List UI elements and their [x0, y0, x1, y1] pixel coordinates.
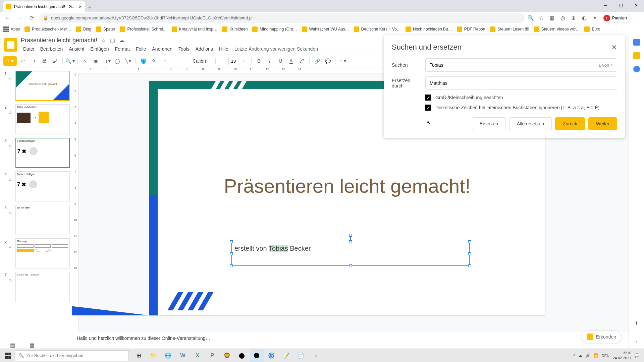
slide-thumb-6[interactable]: Mindmap	[15, 238, 70, 268]
forward-button[interactable]: →	[15, 13, 24, 23]
back-button[interactable]: ←	[3, 13, 12, 23]
font-size-plus[interactable]: +	[239, 56, 249, 66]
extensions-icon[interactable]: ✦	[592, 15, 598, 21]
bookmark-item[interactable]: Noch hochladen Bu…	[406, 26, 452, 32]
clock[interactable]: 15:16 24.02.2021	[613, 351, 631, 360]
italic-button[interactable]: I	[265, 56, 274, 66]
bookmark-item[interactable]: Blog	[76, 26, 91, 32]
bullseye-ext-icon[interactable]: ◎	[559, 15, 566, 21]
border-color-button[interactable]: ✎	[149, 56, 159, 66]
shape-tool[interactable]: ◯	[113, 56, 122, 66]
cookie-ext-icon[interactable]: ◐	[581, 15, 588, 21]
dialog-close-button[interactable]: ✕	[611, 43, 617, 51]
redo-button[interactable]: ↷	[29, 56, 38, 66]
font-size-input[interactable]	[228, 57, 238, 65]
menu-format[interactable]: Format	[113, 45, 132, 53]
menu-einfuegen[interactable]: Einfügen	[88, 45, 111, 53]
grid-view-button[interactable]: ▦	[30, 342, 36, 347]
resize-handle[interactable]	[468, 264, 471, 267]
volume-icon[interactable]: 🔊	[586, 353, 590, 358]
bookmark-item[interactable]: Deutsche Kurs + Vo…	[354, 26, 401, 32]
bookmark-item[interactable]: PDF Report	[457, 26, 485, 32]
filmstrip-view-button[interactable]: ▤	[10, 342, 16, 347]
browser-tab[interactable]: Präsentieren leicht gemacht! - G… ✕	[3, 1, 85, 12]
paint-format-button[interactable]: 🖌	[50, 56, 60, 66]
chrome-icon[interactable]: ⬤	[250, 349, 264, 362]
slides-logo[interactable]	[4, 38, 17, 52]
explorer-icon[interactable]: 📁	[146, 349, 160, 362]
new-slide-button[interactable]: + ▾	[3, 56, 17, 66]
slide-title[interactable]: Präsentieren leicht gemacht!	[149, 175, 545, 197]
textbox-tool[interactable]: ▣	[91, 56, 101, 66]
resize-handle[interactable]	[230, 252, 233, 255]
maximize-button[interactable]: ▢	[613, 0, 629, 11]
edge-icon[interactable]: 🌀	[264, 349, 278, 362]
apps-bookmark[interactable]: Apps	[3, 26, 20, 32]
star-icon[interactable]: ☆	[538, 15, 545, 21]
align-button[interactable]: ≡ ▾	[338, 56, 347, 66]
select-tool[interactable]: ↖	[80, 56, 90, 66]
text-color-button[interactable]: A	[286, 56, 296, 66]
obs-icon[interactable]: ⬤	[235, 349, 249, 362]
bookmark-item[interactable]: Später	[96, 26, 115, 32]
replace-input[interactable]: Matthias	[425, 76, 617, 90]
undo-button[interactable]: ↶	[18, 56, 28, 66]
minimize-button[interactable]: ─	[598, 0, 613, 11]
bookmark-item[interactable]: Professionell Schrei…	[120, 26, 167, 32]
tray-expand-icon[interactable]: ^	[574, 354, 575, 358]
slide-thumb-4[interactable]: Formen einfügen7 ✖	[15, 171, 70, 201]
spotify-icon[interactable]: ♪	[309, 349, 323, 362]
slide-thumb-3[interactable]: Formen einfügen7 ✖	[15, 138, 70, 168]
bookmark-item[interactable]: Kreativität und Insp…	[172, 26, 218, 32]
menu-icon[interactable]: ⋮	[635, 15, 641, 21]
notepad2-icon[interactable]: 📄	[294, 349, 308, 362]
task-view-button[interactable]: ⊞	[131, 349, 146, 362]
windows-search[interactable]: 🔍 Zur Suche Text hier eingeben	[15, 350, 129, 361]
calendar-icon[interactable]	[633, 39, 640, 46]
bookmark-item[interactable]: Steuern Videos wic…	[534, 26, 580, 32]
fill-color-button[interactable]: 🪣	[139, 56, 148, 66]
search-input[interactable]: Tobias 1 von 4	[425, 58, 617, 72]
brave-icon[interactable]: 🦁	[220, 349, 234, 362]
print-button[interactable]: 🖶	[40, 56, 49, 66]
comment-button[interactable]: 💬	[323, 56, 332, 66]
slide-thumb-2[interactable]: Bilder und Grafiken→	[15, 104, 70, 134]
line-tool[interactable]: ╲ ▾	[123, 56, 133, 66]
menu-folie[interactable]: Folie	[133, 45, 148, 53]
word-icon[interactable]: W	[176, 349, 190, 362]
resize-handle[interactable]	[230, 240, 233, 243]
notepad-icon[interactable]: 📝	[279, 349, 293, 362]
zoom-button[interactable]: 🔍 ▾	[65, 56, 75, 66]
back-button[interactable]: Zurück	[555, 117, 585, 130]
link-button[interactable]: 🔗	[312, 56, 322, 66]
highlight-button[interactable]: 🖍	[297, 56, 307, 66]
powerpoint-icon[interactable]: P	[205, 349, 219, 362]
wifi-icon[interactable]: 📶	[594, 353, 598, 358]
bookmark-item[interactable]: Kursideen	[222, 26, 248, 32]
rotate-handle[interactable]	[349, 234, 352, 237]
menu-addons[interactable]: Add-ons	[193, 45, 215, 53]
bookmark-item[interactable]: Steuern Lesen !!!!	[490, 26, 529, 32]
resize-handle[interactable]	[468, 252, 471, 255]
resize-handle[interactable]	[230, 264, 233, 267]
slide-thumb-7[interactable]: Erste Folie – Beispiel	[15, 272, 70, 302]
cloud-icon[interactable]: ☁	[119, 37, 124, 44]
subtitle-textbox[interactable]: erstellt von Tobias Becker	[231, 242, 470, 266]
explore-button[interactable]: Erkunden	[581, 330, 622, 343]
bookmark-item[interactable]: Mindmapping (Gru…	[252, 26, 297, 32]
close-window-button[interactable]: ✕	[629, 0, 644, 11]
document-title[interactable]: Präsentieren leicht gemacht!	[21, 37, 97, 44]
underline-button[interactable]: U	[276, 56, 285, 66]
replace-all-button[interactable]: Alle ersetzen	[509, 117, 552, 130]
slide-thumb-1[interactable]: Präsentieren leicht gemacht!	[15, 71, 70, 101]
slide-thumb-5[interactable]: Ich bin Text!	[15, 205, 70, 235]
last-edit-link[interactable]: Letzte Änderung vor wenigen Sekunden	[232, 45, 320, 53]
profile-paused[interactable]: T Pausiert	[602, 14, 631, 22]
keep-icon[interactable]	[633, 52, 640, 59]
menu-hilfe[interactable]: Hilfe	[217, 45, 231, 53]
ignore-diacritics-checkbox[interactable]: ✓	[425, 105, 431, 111]
border-weight-button[interactable]: ≡	[160, 56, 169, 66]
add-addon-button[interactable]: +	[635, 319, 639, 327]
url-input[interactable]: 🔒 docs.google.com/presentation/d/1yV372S…	[39, 13, 525, 23]
replace-button[interactable]: Ersetzen	[472, 117, 506, 130]
